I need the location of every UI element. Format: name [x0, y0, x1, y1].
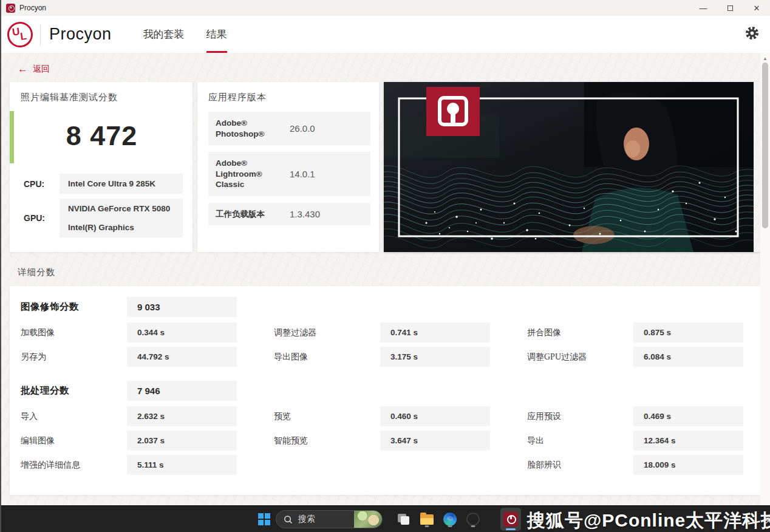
- procyon-logo-badge: [426, 87, 480, 136]
- folder-icon: [420, 514, 434, 525]
- version-row-photoshop: Adobe® Photoshop® 26.0.0: [208, 112, 370, 145]
- score-accent-bar: [10, 111, 14, 163]
- detail-value: 2.037 s: [127, 431, 237, 451]
- tab-my-suites[interactable]: 我的套装: [132, 16, 196, 53]
- detail-label: 调整GPU过滤器: [527, 352, 633, 363]
- back-button[interactable]: ← 返回: [1, 53, 74, 75]
- detail-label: 导入: [21, 411, 127, 422]
- procyon-app-icon: [6, 4, 15, 13]
- titlebar: Procyon — ✕: [1, 0, 770, 16]
- vertical-scrollbar[interactable]: ▲: [760, 53, 770, 505]
- task-view-icon: [398, 514, 410, 525]
- brand-title: Procyon: [49, 25, 112, 44]
- edge-icon: [443, 513, 457, 526]
- scrollbar-thumb[interactable]: [762, 63, 768, 228]
- maximize-icon: [727, 5, 733, 11]
- detail-value: 2.632 s: [127, 406, 237, 426]
- detail-value: 3.647 s: [380, 431, 490, 451]
- score-card-title: 照片编辑基准测试分数: [21, 92, 183, 103]
- start-button[interactable]: [255, 510, 273, 528]
- detail-label: 导出: [527, 435, 633, 446]
- detail-label: 智能预览: [274, 435, 380, 446]
- task-view-button[interactable]: [395, 510, 413, 528]
- detail-label: 增强的详细信息: [21, 460, 127, 471]
- detail-label: 应用预设: [527, 411, 633, 422]
- detail-value: 5.111 s: [127, 455, 237, 475]
- cpu-label: CPU:: [21, 174, 60, 194]
- tab-results[interactable]: 结果: [196, 16, 238, 53]
- search-placeholder: 搜索: [298, 514, 315, 525]
- window-title: Procyon: [19, 4, 46, 12]
- search-highlight-image[interactable]: [354, 511, 382, 528]
- results-page: ← 返回 照片编辑基准测试分数 8 472 CPU: Intel Core Ul…: [1, 53, 770, 505]
- procyon-icon: [503, 512, 518, 527]
- gpu-values: NVIDIA GeForce RTX 5080 Intel(R) Graphic…: [60, 199, 183, 237]
- edge-browser-button[interactable]: [441, 510, 459, 528]
- ime-indicator: 英: [764, 514, 770, 525]
- detailed-scores-card: 图像修饰分数 9 033 加载图像0.344 s 调整过滤器0.741 s 拼合…: [10, 286, 761, 495]
- main-tabs: 我的套装 结果: [132, 16, 238, 53]
- detail-value: 18.009 s: [633, 455, 743, 475]
- benchmark-hero-image: [384, 82, 761, 252]
- dark-app-icon: [466, 513, 480, 526]
- running-indicator: [471, 525, 475, 527]
- minimize-button[interactable]: —: [690, 0, 717, 16]
- search-icon: [284, 515, 293, 524]
- header-divider: [40, 24, 41, 45]
- windows-taskbar: 搜索 搜狐号@PConline太平洋科技 英: [1, 505, 770, 532]
- batch-score-label: 批处理分数: [21, 384, 127, 397]
- detail-label: 加载图像: [21, 327, 127, 338]
- app-header: U L Procyon 我的套装 结果: [1, 16, 770, 53]
- detail-value: 12.364 s: [633, 431, 743, 451]
- detail-label: 导出图像: [274, 352, 380, 363]
- detail-label: 拼合图像: [527, 327, 633, 338]
- detail-label: 预览: [274, 411, 380, 422]
- detail-label: 调整过滤器: [274, 327, 380, 338]
- windows-logo-icon: [258, 513, 270, 525]
- scrollbar-up-arrow[interactable]: ▲: [760, 54, 770, 63]
- gpu-label: GPU:: [21, 199, 60, 237]
- file-explorer-button[interactable]: [418, 510, 436, 528]
- retouch-score-value: 9 033: [127, 297, 237, 317]
- detail-label: 脸部辨识: [527, 460, 633, 471]
- running-indicator: [448, 525, 452, 527]
- app-window: Procyon — ✕ U L Procyon 我的套装 结果 ←: [0, 0, 770, 532]
- detail-value: 0.344 s: [127, 322, 237, 343]
- maximize-button[interactable]: [717, 0, 743, 16]
- detail-value: 0.875 s: [633, 322, 743, 343]
- close-button[interactable]: ✕: [743, 0, 770, 16]
- versions-card-title: 应用程序版本: [208, 92, 370, 103]
- detail-value: 0.460 s: [380, 406, 490, 426]
- taskbar-search[interactable]: 搜索: [276, 510, 383, 528]
- app-button[interactable]: [464, 510, 482, 528]
- detail-value: 0.469 s: [633, 406, 743, 426]
- version-row-lightroom: Adobe® Lightroom® Classic 14.0.1: [208, 152, 370, 196]
- version-row-workload: 工作负载版本 1.3.430: [208, 203, 370, 226]
- detail-label: 编辑图像: [21, 435, 127, 446]
- detail-value: 6.084 s: [633, 347, 743, 367]
- ul-logo: U L: [5, 20, 34, 49]
- detail-value: 3.175 s: [380, 347, 490, 367]
- watermark: 搜狐号@PConline太平洋科技: [527, 508, 770, 532]
- gpu-value-primary: NVIDIA GeForce RTX 5080: [68, 204, 174, 213]
- gpu-value-secondary: Intel(R) Graphics: [68, 223, 174, 232]
- overall-score: 8 472: [21, 108, 183, 164]
- cpu-value: Intel Core Ultra 9 285K: [60, 174, 183, 194]
- active-running-indicator: [506, 528, 516, 530]
- detail-value: 0.741 s: [380, 322, 490, 343]
- running-indicator: [425, 525, 429, 527]
- ul-logo-l: L: [19, 30, 27, 43]
- benchmark-score-card: 照片编辑基准测试分数 8 472 CPU: Intel Core Ultra 9…: [10, 82, 192, 252]
- batch-score-value: 7 946: [127, 381, 237, 401]
- back-arrow-icon: ←: [18, 63, 28, 75]
- procyon-taskbar-button[interactable]: [500, 508, 521, 531]
- app-versions-card: 应用程序版本 Adobe® Photoshop® 26.0.0 Adobe® L…: [197, 82, 379, 252]
- detailed-scores-title: 详细分数: [18, 267, 770, 278]
- retouch-score-label: 图像修饰分数: [21, 301, 127, 313]
- detail-label: 另存为: [21, 352, 127, 363]
- settings-gear-icon[interactable]: [745, 26, 759, 43]
- detail-value: 44.792 s: [127, 347, 237, 367]
